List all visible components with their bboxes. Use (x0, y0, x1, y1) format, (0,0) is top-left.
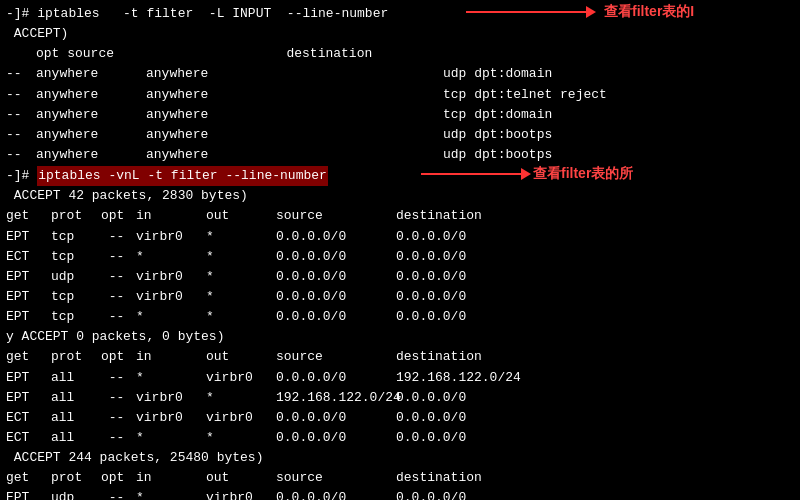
h-prot: prot (51, 347, 101, 367)
all-row-4: ECT all -- * * 0.0.0.0/0 0.0.0.0/0 (6, 428, 794, 448)
col-src: anywhere (36, 125, 146, 145)
accept-text: y ACCEPT 0 packets, 0 bytes) (6, 327, 224, 347)
in: virbr0 (136, 388, 206, 408)
terminal-line-cmd2: -]# iptables -vnL -t filter --line-numbe… (6, 166, 794, 186)
opt: -- (101, 307, 136, 327)
prot: tcp (51, 227, 101, 247)
col-dst: anywhere (146, 125, 326, 145)
opt: -- (101, 267, 136, 287)
terminal: -]# iptables -t filter -L INPUT --line-n… (0, 0, 800, 500)
prot: udp (51, 267, 101, 287)
col-extra: udp dpt:bootps (326, 125, 552, 145)
h-destination: destination (396, 206, 482, 226)
h-target: get (6, 468, 51, 488)
in: * (136, 428, 206, 448)
prot: all (51, 408, 101, 428)
destination: 0.0.0.0/0 (396, 227, 466, 247)
in: virbr0 (136, 267, 206, 287)
out: virbr0 (206, 408, 276, 428)
h-in: in (136, 206, 206, 226)
prot: tcp (51, 307, 101, 327)
h-out: out (206, 468, 276, 488)
arrow-2 (421, 168, 531, 180)
destination: 0.0.0.0/0 (396, 287, 466, 307)
ept-row-4: EPT tcp -- * * 0.0.0.0/0 0.0.0.0/0 (6, 307, 794, 327)
col-num: -- (6, 85, 36, 105)
accept-text: ACCEPT 42 packets, 2830 bytes) (6, 186, 248, 206)
opt: -- (101, 428, 136, 448)
prot: udp (51, 488, 101, 500)
h-in: in (136, 468, 206, 488)
source: 0.0.0.0/0 (276, 247, 396, 267)
col-dest: destination (146, 44, 326, 64)
prompt-char: -]# (6, 4, 37, 24)
target: EPT (6, 388, 51, 408)
out: * (206, 247, 276, 267)
out: * (206, 428, 276, 448)
opt: -- (101, 368, 136, 388)
col-dst: anywhere (146, 105, 326, 125)
opt: -- (101, 488, 136, 500)
source: 0.0.0.0/0 (276, 227, 396, 247)
col-num: -- (6, 145, 36, 165)
out: virbr0 (206, 488, 276, 500)
h-opt: opt (101, 206, 136, 226)
prot: all (51, 388, 101, 408)
data-row-1: -- anywhere anywhere udp dpt:domain (6, 64, 794, 84)
in: * (136, 368, 206, 388)
h-source: source (276, 468, 396, 488)
terminal-line-2: ACCEPT) (6, 24, 794, 44)
in: * (136, 307, 206, 327)
in: virbr0 (136, 227, 206, 247)
h-source: source (276, 347, 396, 367)
accept-244: ACCEPT 244 packets, 25480 bytes) (6, 448, 794, 468)
target: EPT (6, 307, 51, 327)
h-prot: prot (51, 468, 101, 488)
terminal-line-1: -]# iptables -t filter -L INPUT --line-n… (6, 4, 794, 24)
h-opt: opt (101, 347, 136, 367)
col-dst: anywhere (146, 64, 326, 84)
opt: -- (101, 247, 136, 267)
h-out: out (206, 347, 276, 367)
cmd-text-1: iptables -t filter -L INPUT --line-numbe… (37, 4, 388, 24)
col-extra: udp dpt:domain (326, 64, 552, 84)
target: EPT (6, 287, 51, 307)
h-target: get (6, 206, 51, 226)
ept-row-1: EPT tcp -- virbr0 * 0.0.0.0/0 0.0.0.0/0 (6, 227, 794, 247)
all-row-2: EPT all -- virbr0 * 192.168.122.0/24 0.0… (6, 388, 794, 408)
h-target: get (6, 347, 51, 367)
prot: tcp (51, 287, 101, 307)
arrow-1 (466, 6, 596, 18)
target: EPT (6, 227, 51, 247)
col-src: anywhere (36, 105, 146, 125)
destination: 0.0.0.0/0 (396, 247, 466, 267)
out: * (206, 307, 276, 327)
prot: all (51, 428, 101, 448)
all-row-3: ECT all -- virbr0 virbr0 0.0.0.0/0 0.0.0… (6, 408, 794, 428)
target: EPT (6, 368, 51, 388)
in: virbr0 (136, 287, 206, 307)
header-row-4: get prot opt in out source destination (6, 468, 794, 488)
opt: -- (101, 408, 136, 428)
accept-42: ACCEPT 42 packets, 2830 bytes) (6, 186, 794, 206)
annotation-1: 查看filter表的I (604, 1, 694, 23)
col-num (6, 44, 36, 64)
col-num: -- (6, 105, 36, 125)
h-out: out (206, 206, 276, 226)
data-row-3: -- anywhere anywhere tcp dpt:domain (6, 105, 794, 125)
col-src: anywhere (36, 64, 146, 84)
in: virbr0 (136, 408, 206, 428)
in: * (136, 247, 206, 267)
col-extra: tcp dpt:telnet reject (326, 85, 607, 105)
source: 0.0.0.0/0 (276, 428, 396, 448)
h-destination: destination (396, 347, 482, 367)
source: 0.0.0.0/0 (276, 488, 396, 500)
col-num: -- (6, 125, 36, 145)
col-dst: anywhere (146, 145, 326, 165)
destination: 0.0.0.0/0 (396, 428, 466, 448)
col-extra: tcp dpt:domain (326, 105, 552, 125)
col-dst: anywhere (146, 85, 326, 105)
target: ECT (6, 247, 51, 267)
h-opt: opt (101, 468, 136, 488)
line-content: ACCEPT) (6, 24, 68, 44)
